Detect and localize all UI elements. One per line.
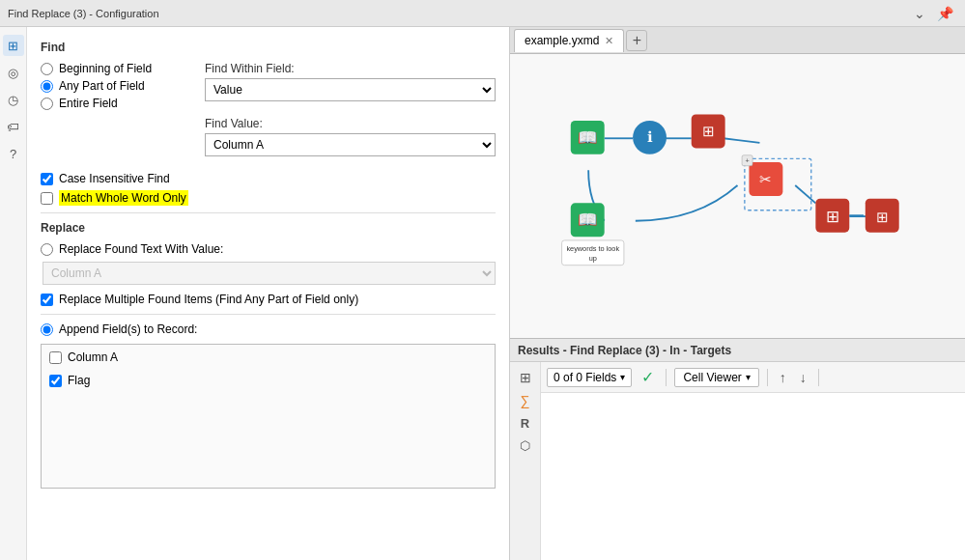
fields-count-text: 0 of 0 Fields (553, 371, 616, 384)
svg-text:✂: ✂ (759, 172, 772, 187)
replace-value-select[interactable]: Column A (43, 262, 496, 285)
results-header-text: Results - Find Replace (3) - In - Target… (518, 344, 731, 357)
radio-any-part-input[interactable] (41, 80, 53, 93)
svg-line-3 (795, 185, 815, 203)
svg-text:⊞: ⊞ (876, 210, 889, 225)
radio-beginning[interactable]: Beginning of Field (41, 62, 185, 75)
radio-any-part[interactable]: Any Part of Field (41, 79, 185, 93)
radio-entire-input[interactable] (41, 98, 53, 110)
svg-text:keywords to look: keywords to look (566, 244, 619, 253)
results-content (541, 393, 965, 560)
find-within-select[interactable]: Value Key Both (205, 78, 496, 101)
results-panel: Results - Find Replace (3) - In - Target… (510, 338, 965, 560)
sidebar-icon-help[interactable]: ? (3, 143, 24, 164)
workflow-node-7[interactable]: 📖 (571, 203, 605, 237)
pin-button[interactable]: 📌 (933, 4, 957, 23)
results-toolbar: 0 of 0 Fields ▾ ✓ Cell Viewer ▾ ↑ ↓ (541, 362, 965, 393)
find-radio-group: Beginning of Field Any Part of Field Ent… (41, 62, 185, 110)
svg-text:⊞: ⊞ (826, 208, 839, 226)
radio-any-part-label: Any Part of Field (59, 79, 145, 93)
case-insensitive-checkbox[interactable]: Case Insensitive Find (41, 172, 496, 185)
replace-found-label: Replace Found Text With Value: (59, 242, 223, 256)
replace-multiple-label: Replace Multiple Found Items (Find Any P… (59, 293, 358, 306)
results-icon-filter[interactable]: ∑ (517, 391, 534, 410)
tab-bar: example.yxmd ✕ + (510, 27, 965, 54)
workflow-node-6[interactable]: ⊞ (866, 199, 899, 233)
append-column-a-input[interactable] (49, 351, 62, 364)
minimize-button[interactable]: ⌄ (910, 4, 929, 23)
sidebar-icon-circle[interactable]: ◎ (3, 62, 24, 83)
append-fields-radio[interactable]: Append Field(s) to Record: (41, 322, 496, 336)
append-fields-list: Column A Flag (41, 344, 496, 489)
find-within-label: Find Within Field: (205, 62, 496, 75)
radio-entire[interactable]: Entire Field (41, 97, 185, 110)
tab-example[interactable]: example.yxmd ✕ (514, 29, 624, 52)
fields-count-dropdown[interactable]: 0 of 0 Fields ▾ (547, 368, 632, 387)
radio-entire-label: Entire Field (59, 97, 118, 110)
svg-text:up: up (589, 254, 597, 263)
replace-multiple-input[interactable] (41, 294, 53, 306)
append-flag-input[interactable] (49, 375, 62, 387)
tab-example-label: example.yxmd (525, 34, 599, 47)
append-column-a[interactable]: Column A (49, 350, 487, 364)
scroll-up-button[interactable]: ↑ (776, 368, 790, 387)
replace-multiple-checkbox[interactable]: Replace Multiple Found Items (Find Any P… (41, 293, 496, 306)
sidebar-icon-clock[interactable]: ◷ (3, 89, 24, 110)
results-icon-grid[interactable]: ⊞ (516, 368, 535, 387)
append-flag[interactable]: Flag (49, 374, 487, 387)
match-whole-word-checkbox[interactable]: Match Whole Word Only (41, 191, 496, 205)
radio-beginning-input[interactable] (41, 63, 53, 75)
svg-text:📖: 📖 (578, 127, 598, 148)
workflow-svg: 📖 ℹ ⊞ ✂ + (510, 54, 965, 338)
svg-text:📖: 📖 (578, 210, 598, 230)
replace-found-input[interactable] (41, 243, 53, 256)
tab-add-button[interactable]: + (626, 30, 647, 51)
scroll-down-button[interactable]: ↓ (796, 368, 810, 387)
append-fields-input[interactable] (41, 323, 53, 336)
results-icon-shape[interactable]: ⬡ (516, 436, 534, 455)
results-icon-r[interactable]: R (517, 414, 533, 433)
workflow-canvas-area[interactable]: 📖 ℹ ⊞ ✂ + (510, 54, 965, 338)
main-layout: ⊞ ◎ ◷ 🏷 ? Find Beginning of Field Any Pa… (0, 27, 965, 560)
svg-line-2 (724, 138, 760, 143)
cell-viewer-dropdown[interactable]: Cell Viewer ▾ (674, 368, 758, 387)
workflow-node-5[interactable]: ⊞ (815, 199, 849, 233)
find-within-field: Find Within Field: Value Key Both (205, 62, 496, 101)
cell-viewer-chevron-icon: ▾ (746, 372, 751, 382)
append-fields-label: Append Field(s) to Record: (59, 322, 197, 336)
case-insensitive-input[interactable] (41, 173, 53, 185)
find-value-select[interactable]: Column A Column B (205, 133, 496, 156)
svg-text:ℹ: ℹ (647, 129, 653, 145)
config-panel: Find Beginning of Field Any Part of Fiel… (27, 27, 510, 560)
radio-beginning-label: Beginning of Field (59, 62, 152, 75)
replace-section-label: Replace (41, 221, 496, 235)
find-section-label: Find (41, 41, 496, 54)
workflow-node-findreplace[interactable]: ✂ + (742, 155, 782, 196)
toolbar-separator-1 (666, 369, 667, 386)
svg-text:⊞: ⊞ (702, 124, 715, 139)
workflow-node-3[interactable]: ⊞ (692, 114, 725, 148)
results-header: Results - Find Replace (3) - In - Target… (510, 339, 965, 362)
sidebar-icon-grid[interactable]: ⊞ (3, 35, 24, 56)
svg-text:+: + (745, 156, 749, 165)
toolbar-separator-2 (767, 369, 768, 386)
sidebar-icon-tag[interactable]: 🏷 (3, 116, 24, 137)
workflow-node-1[interactable]: 📖 (571, 121, 605, 154)
toolbar-separator-3 (818, 369, 819, 386)
find-value-label: Find Value: (205, 117, 496, 130)
checkmark-button[interactable]: ✓ (638, 366, 658, 388)
append-column-a-label: Column A (68, 350, 118, 364)
workflow-node-2[interactable]: ℹ (633, 121, 667, 154)
find-value-field: Find Value: Column A Column B (205, 117, 496, 156)
match-whole-word-input[interactable] (41, 192, 53, 205)
replace-found-radio[interactable]: Replace Found Text With Value: (41, 242, 496, 256)
chevron-down-icon: ▾ (620, 372, 625, 382)
match-whole-word-label: Match Whole Word Only (59, 191, 188, 205)
case-insensitive-label: Case Insensitive Find (59, 172, 170, 185)
top-bar: Find Replace (3) - Configuration ⌄ 📌 (0, 0, 965, 27)
append-flag-label: Flag (68, 374, 90, 387)
cell-viewer-label: Cell Viewer (683, 371, 741, 384)
left-sidebar: ⊞ ◎ ◷ 🏷 ? (0, 27, 27, 560)
tab-close-icon[interactable]: ✕ (605, 35, 613, 47)
right-panel: example.yxmd ✕ + (510, 27, 965, 560)
